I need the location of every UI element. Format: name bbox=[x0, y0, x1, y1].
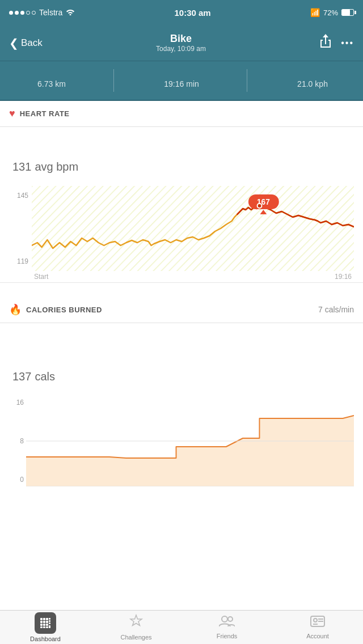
cals-chart-svg bbox=[26, 396, 354, 486]
status-left: Telstra bbox=[9, 8, 75, 17]
dot5 bbox=[32, 11, 36, 15]
svg-rect-19 bbox=[49, 618, 50, 620]
nav-title: Bike Today, 10:09 am bbox=[156, 33, 206, 53]
cals-y-16: 16 bbox=[16, 399, 24, 406]
svg-rect-16 bbox=[40, 624, 43, 626]
hr-chart-y-labels: 145 119 bbox=[9, 186, 32, 271]
nav-title-main: Bike bbox=[156, 33, 206, 45]
dot1 bbox=[9, 11, 13, 15]
svg-rect-22 bbox=[40, 626, 43, 628]
tab-account[interactable]: Account bbox=[272, 611, 363, 644]
svg-point-6 bbox=[258, 204, 262, 208]
svg-rect-24 bbox=[46, 626, 48, 628]
calories-section-wrapper: 🔥 CALORIES BURNED 7 cals/min 137cals 16 … bbox=[0, 296, 363, 498]
hr-chart-x-labels: Start 19:16 bbox=[32, 271, 354, 282]
heart-icon: ♥ bbox=[9, 108, 15, 120]
nav-title-sub: Today, 10:09 am bbox=[156, 45, 206, 53]
heart-rate-section-header: ♥ HEART RATE bbox=[0, 101, 363, 127]
account-label: Account bbox=[306, 633, 329, 639]
svg-rect-13 bbox=[40, 621, 43, 623]
back-label: Back bbox=[21, 37, 43, 49]
svg-point-26 bbox=[222, 616, 227, 622]
cals-chart-y-labels: 16 8 0 bbox=[9, 396, 26, 486]
share-button[interactable] bbox=[319, 34, 332, 52]
cals-y-0: 0 bbox=[20, 476, 24, 484]
speed-value: 21.0kph bbox=[295, 71, 328, 90]
svg-rect-15 bbox=[46, 621, 48, 623]
heart-rate-value-area: 131avg bpm 145 119 bbox=[0, 127, 363, 282]
tab-challenges[interactable]: Challenges bbox=[91, 611, 182, 644]
svg-marker-7 bbox=[26, 416, 354, 486]
hr-y-label-145: 145 bbox=[17, 192, 28, 200]
duration-stat: 19:16min bbox=[162, 71, 199, 90]
duration-value: 19:16min bbox=[162, 71, 199, 90]
svg-rect-17 bbox=[43, 624, 45, 626]
heart-rate-value: 131avg bpm bbox=[9, 136, 354, 177]
status-right: 📶 72% bbox=[310, 8, 354, 17]
svg-point-27 bbox=[228, 617, 233, 621]
bluetooth-icon: 📶 bbox=[310, 8, 320, 17]
hr-x-start: Start bbox=[34, 273, 48, 281]
svg-point-29 bbox=[314, 618, 317, 622]
dot3 bbox=[20, 11, 24, 15]
calories-rate: 7 cals/min bbox=[318, 305, 354, 314]
back-button[interactable]: ❮ Back bbox=[9, 36, 43, 50]
challenges-label: Challenges bbox=[120, 634, 151, 641]
calories-value: 137cals bbox=[9, 346, 354, 387]
svg-rect-14 bbox=[43, 621, 45, 623]
hr-x-end: 19:16 bbox=[335, 273, 352, 281]
dot2 bbox=[15, 11, 19, 15]
carrier-label: Telstra bbox=[39, 8, 62, 17]
svg-rect-25 bbox=[49, 625, 50, 628]
back-chevron-icon: ❮ bbox=[9, 36, 19, 50]
distance-stat: 6.73km bbox=[35, 71, 66, 90]
signal-dots bbox=[9, 11, 36, 15]
speed-stat: 21.0kph bbox=[295, 71, 328, 90]
battery-icon bbox=[341, 9, 354, 16]
svg-rect-12 bbox=[46, 618, 48, 620]
hr-chart-svg: 167 bbox=[32, 186, 354, 271]
tab-friends[interactable]: Friends bbox=[182, 611, 272, 644]
dot4 bbox=[26, 11, 30, 15]
challenges-icon bbox=[129, 614, 143, 632]
nav-bar: ❮ Back Bike Today, 10:09 am ••• bbox=[0, 25, 363, 61]
svg-rect-2 bbox=[32, 186, 354, 271]
calories-title: CALORIES BURNED bbox=[26, 306, 102, 314]
wifi-icon bbox=[66, 9, 75, 17]
battery-fill bbox=[342, 10, 350, 15]
svg-rect-23 bbox=[43, 626, 45, 628]
more-button[interactable]: ••• bbox=[341, 38, 354, 48]
account-icon bbox=[310, 615, 326, 631]
battery-percentage: 72% bbox=[323, 9, 338, 17]
cals-y-8: 8 bbox=[20, 437, 24, 445]
heart-rate-title: HEART RATE bbox=[20, 109, 70, 118]
tab-bar: Dashboard Challenges Friends bbox=[0, 610, 363, 644]
dashboard-label: Dashboard bbox=[30, 635, 61, 642]
calories-section-header: 🔥 CALORIES BURNED 7 cals/min bbox=[0, 296, 363, 323]
cals-chart-svg-area bbox=[26, 396, 354, 486]
main-content: ♥ HEART RATE 131avg bpm 145 119 bbox=[0, 101, 363, 610]
friends-icon bbox=[219, 615, 235, 631]
svg-rect-18 bbox=[46, 624, 48, 626]
svg-rect-20 bbox=[49, 620, 50, 622]
hr-chart-svg-area: 167 bbox=[32, 186, 354, 271]
dashboard-icon bbox=[35, 612, 56, 634]
svg-rect-10 bbox=[40, 618, 43, 620]
svg-rect-21 bbox=[49, 622, 50, 624]
distance-value: 6.73km bbox=[35, 71, 66, 90]
nav-right: ••• bbox=[319, 34, 354, 52]
status-bar: Telstra 10:30 am 📶 72% bbox=[0, 0, 363, 25]
svg-rect-11 bbox=[43, 618, 45, 620]
hr-y-label-119: 119 bbox=[17, 257, 28, 265]
stats-bar: 6.73km 19:16min 21.0kph bbox=[0, 61, 363, 101]
heart-rate-chart: 145 119 bbox=[9, 186, 354, 282]
calories-chart: 16 8 0 bbox=[9, 396, 354, 498]
status-time: 10:30 am bbox=[174, 8, 210, 18]
friends-label: Friends bbox=[217, 633, 238, 639]
flame-icon: 🔥 bbox=[9, 303, 22, 316]
stat-divider-1 bbox=[113, 69, 114, 92]
tab-dashboard[interactable]: Dashboard bbox=[0, 611, 91, 644]
calories-value-area: 137cals 16 8 0 bbox=[0, 337, 363, 498]
stat-divider-2 bbox=[247, 69, 247, 92]
section-divider-1 bbox=[0, 282, 363, 283]
